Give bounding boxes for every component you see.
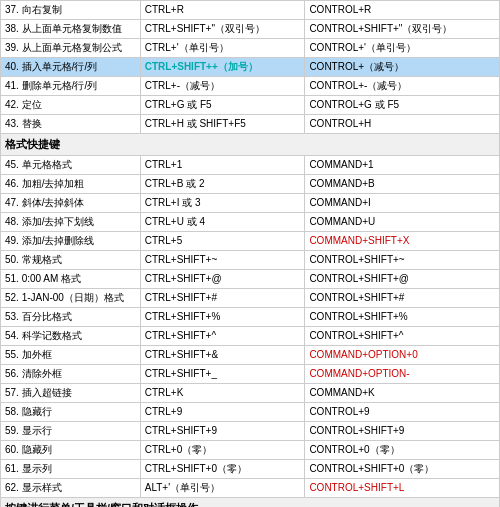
- table-row: 61. 显示列CTRL+SHIFT+0（零）CONTROL+SHIFT+0（零）: [1, 459, 500, 478]
- shortcut-win: CTRL+SHIFT+0（零）: [140, 459, 305, 478]
- shortcut-win: CTRL+B 或 2: [140, 174, 305, 193]
- shortcut-mac: CONTROL+9: [305, 402, 500, 421]
- shortcut-mac: COMMAND+U: [305, 212, 500, 231]
- shortcut-win: CTRL+SHIFT+"（双引号）: [140, 20, 305, 39]
- table-row: 40. 插入单元格/行/列CTRL+SHIFT++（加号）CONTROL+（减号…: [1, 58, 500, 77]
- shortcut-label: 58. 隐藏行: [1, 402, 141, 421]
- shortcut-win: CTRL+SHIFT+9: [140, 421, 305, 440]
- shortcut-win: CTRL+1: [140, 155, 305, 174]
- shortcut-label: 49. 添加/去掉删除线: [1, 231, 141, 250]
- shortcut-mac: COMMAND+K: [305, 383, 500, 402]
- table-row: 50. 常规格式CTRL+SHIFT+~CONTROL+SHIFT+~: [1, 250, 500, 269]
- shortcut-label: 47. 斜体/去掉斜体: [1, 193, 141, 212]
- table-row: 43. 替换CTRL+H 或 SHIFT+F5CONTROL+H: [1, 115, 500, 134]
- section-title: 按键进行菜单/工具栏/窗口和对话框操作: [1, 497, 500, 507]
- shortcut-win: CTRL+SHIFT++（加号）: [140, 58, 305, 77]
- shortcut-win: CTRL+U 或 4: [140, 212, 305, 231]
- shortcut-mac: COMMAND+I: [305, 193, 500, 212]
- table-row: 57. 插入超链接CTRL+KCOMMAND+K: [1, 383, 500, 402]
- shortcut-mac: CONTROL+R: [305, 1, 500, 20]
- shortcut-label: 37. 向右复制: [1, 1, 141, 20]
- shortcut-label: 53. 百分比格式: [1, 307, 141, 326]
- shortcut-mac: CONTROL+SHIFT+0（零）: [305, 459, 500, 478]
- table-row: 46. 加粗/去掉加粗CTRL+B 或 2COMMAND+B: [1, 174, 500, 193]
- shortcut-label: 41. 删除单元格/行/列: [1, 77, 141, 96]
- section-title: 格式快捷键: [1, 134, 500, 156]
- table-row: 58. 隐藏行CTRL+9CONTROL+9: [1, 402, 500, 421]
- shortcut-label: 39. 从上面单元格复制公式: [1, 39, 141, 58]
- shortcut-label: 42. 定位: [1, 96, 141, 115]
- shortcut-win: CTRL+SHIFT+#: [140, 288, 305, 307]
- shortcut-win: CTRL+SHIFT+&: [140, 345, 305, 364]
- shortcut-mac: CONTROL+SHIFT+~: [305, 250, 500, 269]
- table-row: 37. 向右复制CTRL+RCONTROL+R: [1, 1, 500, 20]
- shortcut-label: 52. 1-JAN-00（日期）格式: [1, 288, 141, 307]
- section-header: 格式快捷键: [1, 134, 500, 156]
- shortcut-win: CTRL+SHIFT+@: [140, 269, 305, 288]
- shortcut-win: CTRL+-（减号）: [140, 77, 305, 96]
- shortcut-mac: CONTROL+-（减号）: [305, 77, 500, 96]
- table-row: 51. 0:00 AM 格式CTRL+SHIFT+@CONTROL+SHIFT+…: [1, 269, 500, 288]
- shortcut-label: 62. 显示样式: [1, 478, 141, 497]
- shortcut-win: CTRL+K: [140, 383, 305, 402]
- shortcut-win: CTRL+SHIFT+_: [140, 364, 305, 383]
- shortcut-win: CTRL+9: [140, 402, 305, 421]
- shortcut-label: 54. 科学记数格式: [1, 326, 141, 345]
- table-row: 42. 定位CTRL+G 或 F5CONTROL+G 或 F5: [1, 96, 500, 115]
- shortcut-mac: CONTROL+SHIFT+L: [305, 478, 500, 497]
- shortcut-label: 55. 加外框: [1, 345, 141, 364]
- shortcut-mac: CONTROL+SHIFT+^: [305, 326, 500, 345]
- shortcut-mac: CONTROL+SHIFT+#: [305, 288, 500, 307]
- table-row: 54. 科学记数格式CTRL+SHIFT+^CONTROL+SHIFT+^: [1, 326, 500, 345]
- shortcut-mac: CONTROL+SHIFT+@: [305, 269, 500, 288]
- table-row: 45. 单元格格式CTRL+1COMMAND+1: [1, 155, 500, 174]
- shortcut-win: CTRL+SHIFT+~: [140, 250, 305, 269]
- shortcut-label: 59. 显示行: [1, 421, 141, 440]
- table-row: 53. 百分比格式CTRL+SHIFT+%CONTROL+SHIFT+%: [1, 307, 500, 326]
- shortcut-win: CTRL+SHIFT+^: [140, 326, 305, 345]
- shortcut-label: 38. 从上面单元格复制数值: [1, 20, 141, 39]
- shortcut-mac: CONTROL+SHIFT+%: [305, 307, 500, 326]
- shortcut-win: CTRL+5: [140, 231, 305, 250]
- shortcut-label: 46. 加粗/去掉加粗: [1, 174, 141, 193]
- table-row: 60. 隐藏列CTRL+0（零）CONTROL+0（零）: [1, 440, 500, 459]
- shortcut-mac: CONTROL+0（零）: [305, 440, 500, 459]
- shortcut-win: CTRL+SHIFT+%: [140, 307, 305, 326]
- shortcut-mac: COMMAND+1: [305, 155, 500, 174]
- shortcut-win: ALT+'（单引号）: [140, 478, 305, 497]
- shortcut-label: 51. 0:00 AM 格式: [1, 269, 141, 288]
- shortcut-mac: CONTROL+SHIFT+"（双引号）: [305, 20, 500, 39]
- shortcut-mac: CONTROL+SHIFT+9: [305, 421, 500, 440]
- shortcut-mac: COMMAND+SHIFT+X: [305, 231, 500, 250]
- table-row: 39. 从上面单元格复制公式CTRL+'（单引号）CONTROL+'（单引号）: [1, 39, 500, 58]
- section-header: 按键进行菜单/工具栏/窗口和对话框操作: [1, 497, 500, 507]
- shortcut-label: 48. 添加/去掉下划线: [1, 212, 141, 231]
- shortcut-table: 37. 向右复制CTRL+RCONTROL+R38. 从上面单元格复制数值CTR…: [0, 0, 500, 507]
- shortcut-mac: CONTROL+（减号）: [305, 58, 500, 77]
- shortcut-label: 56. 清除外框: [1, 364, 141, 383]
- shortcut-win: CTRL+R: [140, 1, 305, 20]
- table-row: 62. 显示样式ALT+'（单引号）CONTROL+SHIFT+L: [1, 478, 500, 497]
- shortcut-label: 57. 插入超链接: [1, 383, 141, 402]
- shortcut-label: 45. 单元格格式: [1, 155, 141, 174]
- shortcut-mac: COMMAND+OPTION+0: [305, 345, 500, 364]
- shortcut-mac: COMMAND+OPTION-: [305, 364, 500, 383]
- shortcut-label: 61. 显示列: [1, 459, 141, 478]
- shortcut-label: 40. 插入单元格/行/列: [1, 58, 141, 77]
- table-row: 49. 添加/去掉删除线CTRL+5COMMAND+SHIFT+X: [1, 231, 500, 250]
- table-row: 41. 删除单元格/行/列CTRL+-（减号）CONTROL+-（减号）: [1, 77, 500, 96]
- shortcut-mac: CONTROL+H: [305, 115, 500, 134]
- table-row: 48. 添加/去掉下划线CTRL+U 或 4COMMAND+U: [1, 212, 500, 231]
- table-row: 52. 1-JAN-00（日期）格式CTRL+SHIFT+#CONTROL+SH…: [1, 288, 500, 307]
- table-row: 56. 清除外框CTRL+SHIFT+_COMMAND+OPTION-: [1, 364, 500, 383]
- shortcut-win: CTRL+'（单引号）: [140, 39, 305, 58]
- shortcut-win: CTRL+G 或 F5: [140, 96, 305, 115]
- shortcut-mac: CONTROL+'（单引号）: [305, 39, 500, 58]
- table-row: 47. 斜体/去掉斜体CTRL+I 或 3COMMAND+I: [1, 193, 500, 212]
- table-row: 59. 显示行CTRL+SHIFT+9CONTROL+SHIFT+9: [1, 421, 500, 440]
- shortcut-win: CTRL+H 或 SHIFT+F5: [140, 115, 305, 134]
- shortcut-win: CTRL+I 或 3: [140, 193, 305, 212]
- shortcut-label: 50. 常规格式: [1, 250, 141, 269]
- table-row: 55. 加外框CTRL+SHIFT+&COMMAND+OPTION+0: [1, 345, 500, 364]
- shortcut-mac: CONTROL+G 或 F5: [305, 96, 500, 115]
